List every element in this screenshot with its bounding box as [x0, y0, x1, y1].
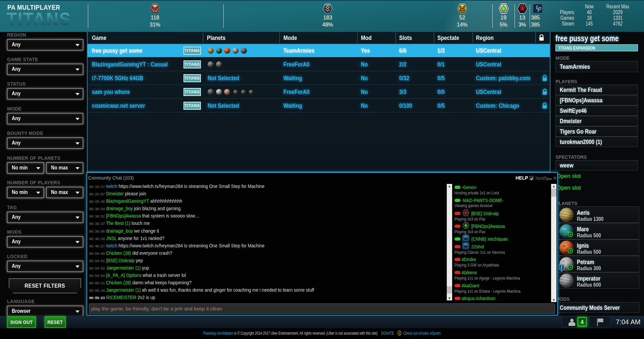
- svg-text:e: e: [399, 332, 400, 335]
